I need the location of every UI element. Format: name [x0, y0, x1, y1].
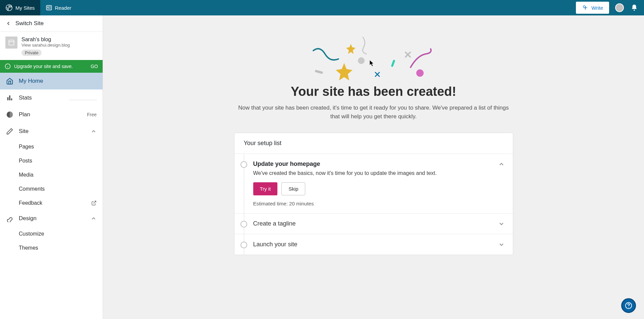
write-icon — [582, 4, 589, 11]
task-title: Launch your site — [253, 241, 298, 248]
chevron-up-icon — [91, 128, 97, 134]
setup-list-header: Your setup list — [234, 133, 513, 154]
site-placeholder-icon — [8, 39, 15, 46]
switch-site-label: Switch Site — [15, 20, 44, 27]
task-description: We've created the basics, now it's time … — [253, 170, 505, 176]
chevron-up-icon — [91, 215, 97, 221]
svg-rect-14 — [11, 99, 12, 101]
site-card[interactable]: Sarah's blog View sarahui.design.blog Pr… — [0, 32, 103, 60]
svg-rect-13 — [9, 95, 10, 101]
svg-point-6 — [634, 10, 635, 11]
brush-icon — [6, 215, 13, 222]
nav-my-sites[interactable]: My Sites — [0, 0, 40, 15]
nav-plan[interactable]: Plan Free — [0, 106, 103, 123]
sidebar: Switch Site Sarah's blog View sarahui.de… — [0, 15, 103, 319]
task-update-homepage: Update your homepage We've created the b… — [234, 154, 513, 213]
switch-site-link[interactable]: Switch Site — [0, 15, 103, 32]
help-icon — [625, 302, 632, 309]
try-it-button[interactable]: Try it — [253, 182, 278, 195]
site-info: Sarah's blog View sarahui.design.blog Pr… — [21, 37, 70, 56]
task-status-circle — [240, 161, 247, 168]
notifications-icon[interactable] — [631, 4, 638, 11]
chevron-down-icon — [498, 220, 505, 227]
pencil-icon — [6, 128, 13, 135]
wordpress-icon — [5, 4, 13, 11]
nav-feedback[interactable]: Feedback — [0, 196, 103, 210]
write-button[interactable]: Write — [576, 2, 609, 14]
private-badge: Private — [21, 50, 42, 56]
task-estimated-time: Estimated time: 20 minutes — [253, 201, 505, 206]
chevron-down-icon — [498, 241, 505, 248]
stats-sparkline — [70, 95, 97, 100]
masterbar: My Sites Reader Write — [0, 0, 644, 15]
svg-rect-1 — [46, 5, 51, 10]
masterbar-left: My Sites Reader — [0, 0, 77, 15]
setup-list-card: Your setup list Update your homepage We'… — [234, 133, 513, 255]
write-label: Write — [591, 5, 603, 11]
svg-rect-7 — [9, 40, 14, 45]
bar-chart-icon — [6, 94, 13, 102]
task-title: Create a tagline — [253, 220, 296, 227]
nav-my-home-label: My Home — [19, 78, 43, 84]
skip-button[interactable]: Skip — [281, 182, 305, 195]
nav-my-home[interactable]: My Home — [0, 73, 103, 89]
task-toggle[interactable]: Update your homepage — [253, 161, 505, 168]
svg-rect-12 — [7, 97, 9, 100]
nav-comments[interactable]: Comments — [0, 182, 103, 196]
task-status-circle — [240, 221, 247, 228]
chevron-up-icon — [498, 161, 505, 168]
svg-rect-2 — [47, 7, 49, 8]
task-status-circle — [240, 242, 247, 248]
nav-site[interactable]: Site — [0, 123, 103, 140]
nav-my-sites-label: My Sites — [15, 5, 35, 11]
nav-reader[interactable]: Reader — [40, 0, 77, 15]
task-toggle[interactable]: Create a tagline — [253, 220, 505, 227]
main-content: Your site has been created! Now that you… — [103, 15, 644, 319]
home-icon — [6, 77, 13, 85]
site-name: Sarah's blog — [21, 37, 70, 43]
svg-point-18 — [416, 69, 424, 77]
nav-site-label: Site — [19, 128, 29, 135]
masterbar-right: Write — [576, 0, 644, 15]
upgrade-text: Upgrade your site and save. — [14, 64, 73, 69]
svg-point-21 — [628, 307, 629, 308]
site-url: View sarahui.design.blog — [21, 43, 70, 48]
nav-stats[interactable]: Stats — [0, 89, 103, 106]
svg-rect-17 — [391, 60, 395, 67]
upgrade-banner[interactable]: Upgrade your site and save. GO — [0, 60, 103, 73]
nav-plan-label: Plan — [19, 111, 30, 118]
hero-subtitle: Now that your site has been created, it'… — [236, 104, 511, 121]
external-link-icon — [91, 200, 97, 206]
nav-customize[interactable]: Customize — [0, 227, 103, 241]
nav-stats-label: Stats — [19, 94, 32, 101]
plan-icon — [6, 111, 13, 118]
nav-pages[interactable]: Pages — [0, 140, 103, 154]
upgrade-go: GO — [91, 64, 98, 69]
svg-point-16 — [358, 57, 365, 64]
task-create-tagline: Create a tagline — [234, 213, 513, 234]
reader-icon — [46, 4, 52, 11]
svg-rect-19 — [315, 70, 323, 74]
nav-reader-label: Reader — [55, 5, 71, 11]
hero-title: Your site has been created! — [291, 84, 456, 99]
task-toggle[interactable]: Launch your site — [253, 241, 505, 248]
task-launch-site: Launch your site — [234, 234, 513, 255]
info-icon — [5, 63, 11, 69]
nav-posts[interactable]: Posts — [0, 154, 103, 168]
nav-themes[interactable]: Themes — [0, 241, 103, 255]
task-title: Update your homepage — [253, 161, 320, 168]
nav-media[interactable]: Media — [0, 168, 103, 182]
chevron-left-icon — [5, 20, 11, 26]
avatar[interactable] — [615, 3, 624, 12]
site-thumb — [5, 37, 17, 49]
nav-design-label: Design — [19, 215, 37, 222]
confetti-illustration — [307, 36, 441, 82]
plan-tier-label: Free — [87, 112, 97, 117]
nav-design[interactable]: Design — [0, 210, 103, 227]
help-button[interactable] — [621, 298, 636, 313]
